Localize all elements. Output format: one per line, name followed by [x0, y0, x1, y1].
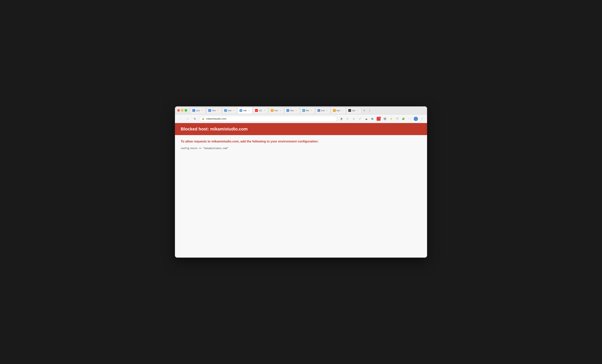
reader-icon: ≡	[353, 118, 354, 120]
address-bar[interactable]: 🔒 mikamistudio.com	[199, 116, 337, 122]
reader-button[interactable]: ≡	[351, 116, 356, 122]
url-text: mikamistudio.com	[206, 117, 334, 120]
bookmark-icon: ☆	[346, 117, 349, 120]
tab-close-doc[interactable]: ×	[356, 109, 359, 112]
tab-close-inst1[interactable]: ×	[232, 109, 235, 112]
tab-icon-bas: b	[333, 109, 336, 112]
tab-hov2[interactable]: U Hov ×	[269, 107, 284, 114]
tab-close-bas[interactable]: ×	[341, 109, 344, 112]
error-header: Blocked host: mikamistudio.com	[175, 123, 427, 135]
tab-youtube[interactable]: ▶ (10: ×	[253, 107, 268, 114]
page-content: Blocked host: mikamistudio.com To allow …	[175, 123, 427, 258]
tab-close-we[interactable]: ×	[310, 109, 313, 112]
reload-button[interactable]: ↻	[192, 116, 198, 122]
menu-icon: ⋮	[421, 117, 423, 120]
error-title: Blocked host: mikamistudio.com	[181, 126, 421, 132]
tab-icon-mik-active: M	[239, 109, 242, 112]
tab-we[interactable]: W We ×	[300, 107, 315, 114]
window-controls	[177, 109, 187, 112]
maximize-button[interactable]	[185, 109, 187, 112]
ext5-icon: 🧩	[402, 117, 405, 120]
tab-inst2[interactable]: I Inst ×	[315, 107, 331, 114]
sync-button[interactable]: ☁	[364, 116, 369, 122]
tab-icon-we: W	[302, 109, 305, 112]
bookmark-button[interactable]: ☆	[345, 116, 350, 122]
tab-label-we: We	[306, 109, 309, 112]
minimize-button[interactable]	[181, 109, 183, 112]
ia-icon: IA	[371, 118, 374, 120]
ext1-button[interactable]: 1	[376, 116, 381, 122]
tab-label-linc: Linc	[196, 109, 200, 112]
tab-close-mik-active[interactable]: ×	[248, 109, 250, 112]
tab-inst1[interactable]: I Inst ×	[222, 107, 237, 114]
tab-close-hov3[interactable]: ×	[295, 109, 298, 112]
profile-button[interactable]	[413, 116, 419, 122]
tab-icon-inst2: I	[317, 109, 320, 112]
ext3-button[interactable]: ⚡	[388, 116, 394, 122]
profile-icon	[414, 117, 418, 121]
browser-window: L Linc × H Hov × I Inst × M mik ×	[175, 106, 427, 258]
tab-icon-doc: G	[348, 109, 351, 112]
tab-hov1[interactable]: H Hov ×	[206, 107, 222, 114]
tab-close-inst2[interactable]: ×	[326, 109, 328, 112]
tab-icon-hov3: H	[286, 109, 289, 112]
ext2-icon: 🐺	[383, 117, 387, 120]
tab-list-button[interactable]: ⋮	[367, 108, 372, 113]
sync-icon: ☁	[365, 117, 367, 120]
ext6-button[interactable]: ⋮⋮	[407, 116, 412, 122]
tab-label-youtube: (10:	[259, 109, 262, 112]
title-bar: L Linc × H Hov × I Inst × M mik ×	[175, 106, 427, 114]
tab-close-linc[interactable]: ×	[201, 109, 204, 112]
toolbar-icons: A̲ ☆ ≡ ✓ ☁ IA 1 🐺	[339, 116, 425, 122]
tab-close-hov1[interactable]: ×	[217, 109, 220, 112]
tab-label-hov3: Hov	[290, 109, 294, 112]
menu-button[interactable]: ⋮	[419, 116, 425, 122]
new-tab-button[interactable]: +	[362, 108, 367, 113]
tab-label-inst2: Inst	[321, 109, 325, 112]
tab-icon-youtube: ▶	[255, 109, 258, 112]
tab-icon-hov2: U	[271, 109, 273, 112]
tab-label-hov2: Hov	[274, 109, 278, 112]
tab-label-bas: bas	[337, 109, 340, 112]
tab-hov3[interactable]: H Hov ×	[284, 107, 300, 114]
ext4-button[interactable]: 🛡	[395, 116, 400, 122]
tab-linc[interactable]: L Linc ×	[190, 107, 206, 114]
tab-doc[interactable]: G doc ×	[346, 107, 361, 114]
ia-button[interactable]: IA	[370, 116, 375, 122]
error-code: config.hosts << "mikamistudio.com"	[181, 147, 228, 150]
back-button[interactable]: ←	[177, 116, 183, 122]
checkmark-button[interactable]: ✓	[357, 116, 363, 122]
ext1-badge: 1	[379, 116, 381, 119]
tab-label-mik-active: mik	[243, 109, 247, 112]
translate-button[interactable]: A̲	[339, 116, 344, 122]
tab-bas[interactable]: b bas ×	[331, 107, 346, 114]
lock-icon: 🔒	[202, 117, 204, 120]
ext6-icon: ⋮⋮	[408, 117, 412, 120]
tabs-area: L Linc × H Hov × I Inst × M mik ×	[190, 107, 425, 114]
tab-close-hov2[interactable]: ×	[279, 109, 282, 112]
translate-icon: A̲	[341, 117, 342, 120]
nav-bar: ← → ↻ 🔒 mikamistudio.com A̲ ☆ ≡ ✓ ☁ I	[175, 114, 427, 123]
ext4-icon: 🛡	[396, 117, 398, 120]
tab-icon-hov1: H	[208, 109, 211, 112]
ext2-button[interactable]: 🐺	[382, 116, 387, 122]
tab-label-inst1: Inst	[228, 109, 231, 112]
tab-icon-linc: L	[192, 109, 195, 112]
tab-close-youtube[interactable]: ×	[263, 109, 266, 112]
error-instruction: To allow requests to mikamistudio.com, a…	[181, 140, 421, 143]
tab-icon-inst1: I	[224, 109, 227, 112]
ext5-button[interactable]: 🧩	[401, 116, 406, 122]
close-button[interactable]	[177, 109, 180, 112]
ext3-icon: ⚡	[389, 117, 393, 120]
checkmark-icon: ✓	[359, 117, 361, 120]
forward-button[interactable]: →	[185, 116, 191, 122]
tab-mik-active[interactable]: M mik ×	[237, 107, 252, 114]
tab-label-doc: doc	[352, 109, 355, 112]
tab-label-hov1: Hov	[212, 109, 216, 112]
error-body: To allow requests to mikamistudio.com, a…	[175, 135, 427, 155]
